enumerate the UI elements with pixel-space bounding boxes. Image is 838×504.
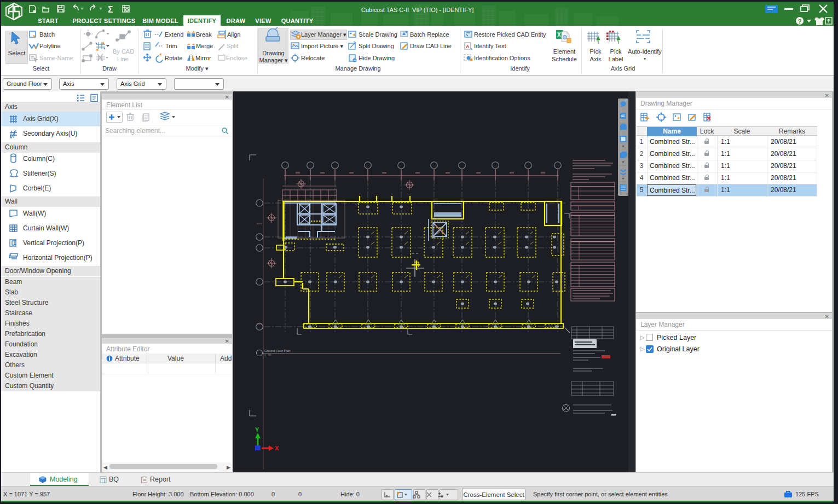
svg-text:Ground Floor Plan: Ground Floor Plan: [264, 349, 290, 352]
svg-text:A: A: [466, 44, 470, 49]
svg-text:X: X: [557, 32, 561, 38]
svg-text:Y: Y: [255, 426, 259, 433]
svg-text:X: X: [275, 445, 279, 451]
svg-text:?: ?: [798, 18, 802, 25]
svg-text:1 : 50: 1 : 50: [264, 354, 271, 357]
svg-text:Σ: Σ: [108, 5, 113, 14]
